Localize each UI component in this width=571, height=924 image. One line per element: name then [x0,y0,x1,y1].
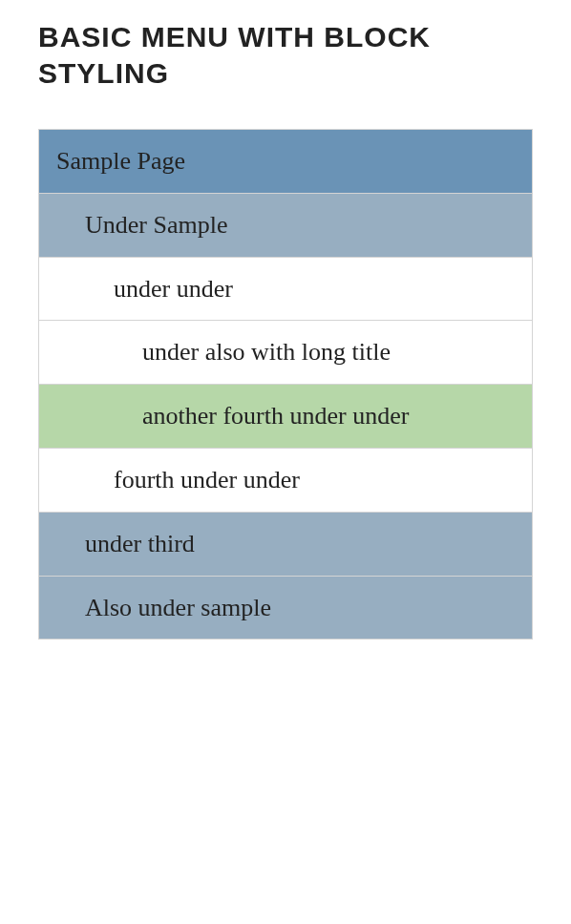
menu-item-another-fourth[interactable]: another fourth under under [39,385,532,449]
menu-item-under-sample[interactable]: Under Sample [39,194,532,258]
menu-item-also-under-sample[interactable]: Also under sample [39,577,532,640]
menu-container: Sample Page Under Sample under under und… [38,129,533,640]
menu-item-fourth-under-under[interactable]: fourth under under [39,449,532,513]
menu-item-sample-page[interactable]: Sample Page [39,130,532,194]
widget-heading: BASIC MENU WITH BLOCK STYLING [38,19,533,91]
menu-item-under-also-long-title[interactable]: under also with long title [39,321,532,385]
menu-item-under-under[interactable]: under under [39,258,532,322]
menu-item-under-third[interactable]: under third [39,513,532,577]
